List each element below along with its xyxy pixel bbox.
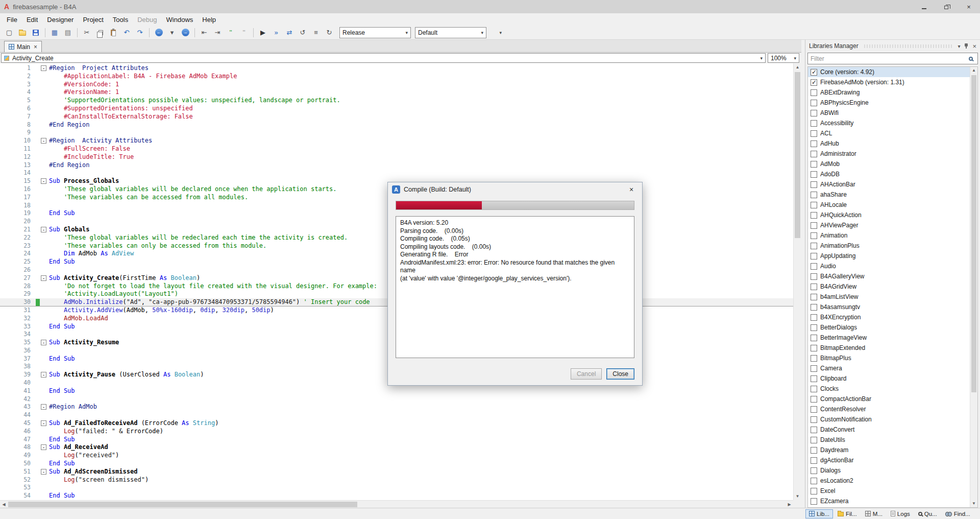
undo-button[interactable]: ↶ [120,27,133,39]
library-checkbox[interactable] [811,284,817,290]
menu-debug[interactable]: Debug [133,14,161,25]
new-file-button[interactable]: ▢ [3,27,15,39]
code-line[interactable]: 9 [0,129,793,137]
fold-collapse-icon[interactable]: - [41,227,46,232]
library-item[interactable]: EZcamera [808,496,970,506]
library-checkbox[interactable] [811,386,817,392]
library-item[interactable]: B4AGridView [808,281,970,292]
menu-tools[interactable]: Tools [108,14,133,25]
library-item[interactable]: ahaShare [808,190,970,200]
run-button[interactable]: ▶ [257,27,269,39]
code-line[interactable]: 12 #IncludeTitle: True [0,153,793,161]
library-item[interactable]: Camera [808,363,970,373]
code-line[interactable]: 14 [0,169,793,177]
library-checkbox[interactable] [811,263,817,270]
library-item[interactable]: DateUtils [808,435,970,445]
paste-button[interactable] [107,27,119,39]
library-checkbox[interactable] [811,355,817,362]
menu-help[interactable]: Help [198,14,220,25]
library-item[interactable]: ABWifi [808,108,970,118]
code-line[interactable]: 47End Sub [0,436,793,444]
library-checkbox[interactable] [811,69,817,76]
library-checkbox[interactable] [811,447,817,454]
code-line[interactable]: 13#End Region [0,161,793,170]
fold-collapse-icon[interactable]: - [41,65,46,71]
align-code-button[interactable]: ≡ [310,27,322,39]
close-window-button[interactable]: × [958,0,980,13]
library-checkbox[interactable] [811,335,817,341]
back-history-dropdown[interactable]: ▾ [166,27,178,39]
library-checkbox[interactable] [811,273,817,280]
library-item[interactable]: Clocks [808,384,970,394]
library-checkbox[interactable] [811,314,817,321]
library-checkbox[interactable] [811,498,817,505]
library-item[interactable]: esLocation2 [808,476,970,486]
library-checkbox[interactable] [811,467,817,474]
library-item[interactable]: dgActionBar [808,455,970,465]
library-checkbox[interactable] [811,478,817,484]
scroll-down-icon[interactable]: ▼ [970,500,977,507]
library-item[interactable]: CustomNotification [808,414,970,424]
library-checkbox[interactable] [811,79,817,86]
dialog-close-button[interactable]: × [625,185,638,194]
designer-button[interactable]: ▦ [48,27,61,39]
fold-collapse-icon[interactable]: - [41,340,46,345]
code-line[interactable]: 5 'SupportedOrientations possible values… [0,97,793,105]
library-item[interactable]: Audio [808,261,970,271]
library-item[interactable]: ACL [808,128,970,138]
status-tab-fil[interactable]: Fil... [834,509,861,518]
minimize-button[interactable] [913,0,935,13]
library-checkbox[interactable] [811,89,817,96]
library-item[interactable]: CompactActionBar [808,394,970,404]
code-line[interactable]: 48-Sub Ad_ReceiveAd [0,443,793,452]
library-item[interactable]: AHViewPager [808,220,970,230]
code-line[interactable]: 1-#Region Project Attributes [0,64,793,73]
code-line[interactable]: 8#End Region [0,121,793,129]
library-item[interactable]: AdMob [808,159,970,169]
save-button[interactable] [30,27,42,39]
library-checkbox[interactable] [811,140,817,147]
code-line[interactable]: 54End Sub [0,492,793,500]
fold-collapse-icon[interactable]: - [41,178,46,184]
library-checkbox[interactable] [811,120,817,127]
indent-button[interactable]: ⇥ [211,27,224,39]
panel-menu-icon[interactable]: ▾ [958,43,960,49]
library-item[interactable]: AHActionBar [808,179,970,190]
script-manager-button[interactable]: ▤ [62,27,74,39]
scroll-up-icon[interactable]: ▲ [970,67,977,74]
library-checkbox[interactable] [811,202,817,208]
library-checkbox[interactable] [811,192,817,198]
comment-button[interactable]: '' [225,27,237,39]
scope-dropdown[interactable]: Activity_Create ▾ [1,53,766,63]
library-item[interactable]: b4amListView [808,292,970,302]
library-checkbox[interactable] [811,294,817,300]
fold-collapse-icon[interactable]: - [41,372,46,378]
dialog-title-bar[interactable]: A Compile (Build: Default) × [388,182,642,197]
pin-icon[interactable] [964,43,969,49]
library-checkbox[interactable] [811,161,817,168]
cut-button[interactable]: ✂ [81,27,93,39]
code-line[interactable]: 43-#Region AdMob [0,403,793,411]
panel-splitter[interactable] [801,40,805,508]
uncomment-button[interactable]: '' [238,27,250,39]
fold-collapse-icon[interactable]: - [41,275,46,281]
library-checkbox[interactable] [811,212,817,219]
status-tab-find[interactable]: Find... [942,509,974,518]
navigate-back-button[interactable]: ← [153,27,165,39]
library-checkbox[interactable] [811,304,817,311]
editor-vscrollbar[interactable]: ▲ ▼ [793,63,801,500]
library-item[interactable]: Accessibility [808,118,970,128]
code-line[interactable]: 2 #ApplicationLabel: B4A - Firebase AdMo… [0,73,793,81]
clean-project-button[interactable]: ↺ [297,27,309,39]
code-line[interactable]: 51-Sub Ad_AdScreenDismissed [0,468,793,476]
library-checkbox[interactable] [811,324,817,331]
menu-edit[interactable]: Edit [22,14,42,25]
library-checkbox[interactable] [811,151,817,157]
libraries-scroll-thumb[interactable] [971,75,976,392]
library-item[interactable]: DateConvert [808,424,970,435]
library-checkbox[interactable] [811,488,817,494]
library-checkbox[interactable] [811,416,817,423]
scroll-right-icon[interactable]: ▶ [786,501,793,508]
library-item[interactable]: FirebaseAdMob (version: 1.31) [808,77,970,87]
library-checkbox[interactable] [811,406,817,413]
